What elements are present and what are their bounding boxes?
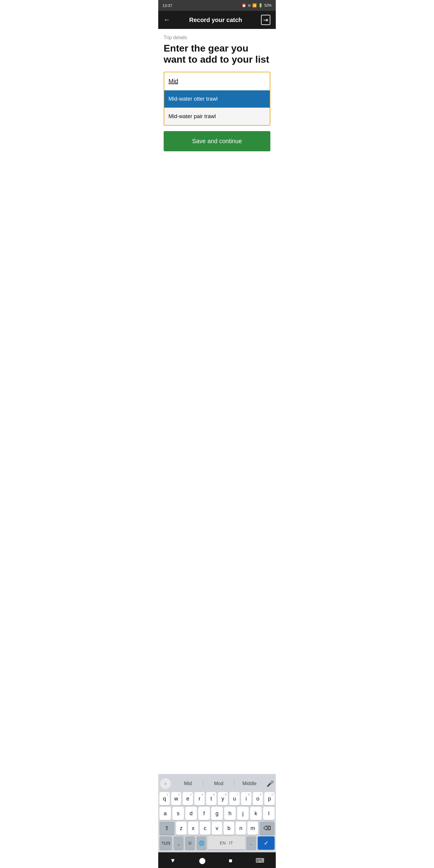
key-b[interactable]: b (224, 822, 234, 835)
section-label: Trip details (164, 35, 270, 40)
main-content: Trip details Enter the gear you want to … (158, 29, 276, 774)
alarm-icon: ⏰ (242, 3, 246, 7)
status-bar: 13:37 ⏰ ⊖ 📶 🔋 52% (158, 0, 276, 11)
dropdown-list: Mid-water otter trawl Mid-water pair tra… (164, 90, 270, 125)
suggestion-mod[interactable]: Mod (204, 780, 234, 787)
key-l[interactable]: l (263, 807, 275, 820)
space-key[interactable]: EN · IT (208, 836, 245, 849)
nav-keyboard-button[interactable]: ⌨ (255, 857, 264, 864)
key-t[interactable]: 5t (206, 792, 216, 805)
key-r[interactable]: 4r (194, 792, 205, 805)
dropdown-item-otter-trawl[interactable]: Mid-water otter trawl (164, 90, 270, 108)
status-icons: ⏰ ⊖ 📶 🔋 52% (242, 3, 272, 7)
key-e[interactable]: 3e (183, 792, 193, 805)
key-j[interactable]: j (237, 807, 249, 820)
key-z[interactable]: z (176, 822, 187, 835)
symbols-key[interactable]: ?123 (159, 836, 172, 849)
bottom-nav-bar: ▼ ⬤ ■ ⌨ (158, 852, 276, 868)
backspace-key[interactable]: ⌫ (259, 822, 275, 835)
nav-back-button[interactable]: ▼ (170, 857, 176, 864)
logout-button[interactable]: ⇥ (261, 15, 270, 25)
key-y[interactable]: 6y (218, 792, 228, 805)
keyboard-area: › Mid Mod Middle 🎤 1q 2w 3e 4r 5t 6y 7u … (158, 774, 276, 852)
key-x[interactable]: x (188, 822, 198, 835)
enter-key[interactable]: ✓ (258, 836, 275, 849)
key-row-1: 1q 2w 3e 4r 5t 6y 7u 8i 9o 0p (159, 792, 275, 805)
gear-search-input[interactable] (164, 72, 270, 90)
key-v[interactable]: v (212, 822, 222, 835)
back-button[interactable]: ← (164, 16, 170, 24)
key-n[interactable]: n (236, 822, 246, 835)
period-key[interactable]: . (246, 836, 256, 849)
key-row-4: ?123 , ☺ 🌐 EN · IT . ✓ (159, 836, 275, 849)
globe-key[interactable]: 🌐 (196, 836, 207, 849)
key-q[interactable]: 1q (159, 792, 170, 805)
key-g[interactable]: g (211, 807, 223, 820)
emoji-key[interactable]: ☺ (185, 836, 195, 849)
suggestion-mid[interactable]: Mid (173, 780, 203, 787)
key-row-3: ⇧ z x c v b n m ⌫ (159, 822, 275, 835)
key-p[interactable]: 0p (264, 792, 275, 805)
key-k[interactable]: k (250, 807, 261, 820)
page-heading: Enter the gear you want to add to your l… (164, 43, 270, 65)
nav-bar: ← Record your catch ⇥ (158, 11, 276, 29)
keyboard-keys: 1q 2w 3e 4r 5t 6y 7u 8i 9o 0p a s d f g … (159, 791, 275, 852)
key-d[interactable]: d (185, 807, 197, 820)
key-m[interactable]: m (247, 822, 258, 835)
nav-recents-button[interactable]: ■ (229, 857, 232, 864)
key-a[interactable]: a (159, 807, 171, 820)
status-time: 13:37 (162, 3, 173, 8)
key-f[interactable]: f (198, 807, 210, 820)
gear-input-dropdown: Mid-water otter trawl Mid-water pair tra… (164, 72, 270, 126)
comma-key[interactable]: , (174, 836, 184, 849)
suggestions-row: › Mid Mod Middle 🎤 (159, 776, 275, 791)
signal-icon: 📶 (252, 3, 257, 7)
block-icon: ⊖ (248, 3, 251, 7)
dropdown-item-pair-trawl[interactable]: Mid-water pair trawl (164, 108, 270, 125)
mic-icon[interactable]: 🎤 (267, 780, 274, 787)
key-row-2: a s d f g h j k l (159, 807, 275, 820)
key-c[interactable]: c (200, 822, 210, 835)
key-u[interactable]: 7u (229, 792, 240, 805)
nav-home-button[interactable]: ⬤ (199, 857, 206, 864)
key-i[interactable]: 8i (241, 792, 251, 805)
key-h[interactable]: h (224, 807, 236, 820)
battery-percent: 52% (264, 3, 272, 7)
key-s[interactable]: s (173, 807, 184, 820)
nav-title: Record your catch (189, 17, 242, 24)
key-w[interactable]: 2w (171, 792, 181, 805)
suggestions-expand-button[interactable]: › (160, 778, 171, 789)
suggestion-middle[interactable]: Middle (234, 780, 265, 787)
shift-key[interactable]: ⇧ (159, 822, 175, 835)
battery-icon: 🔋 (258, 3, 263, 7)
key-o[interactable]: 9o (253, 792, 263, 805)
save-continue-button[interactable]: Save and continue (164, 131, 270, 151)
